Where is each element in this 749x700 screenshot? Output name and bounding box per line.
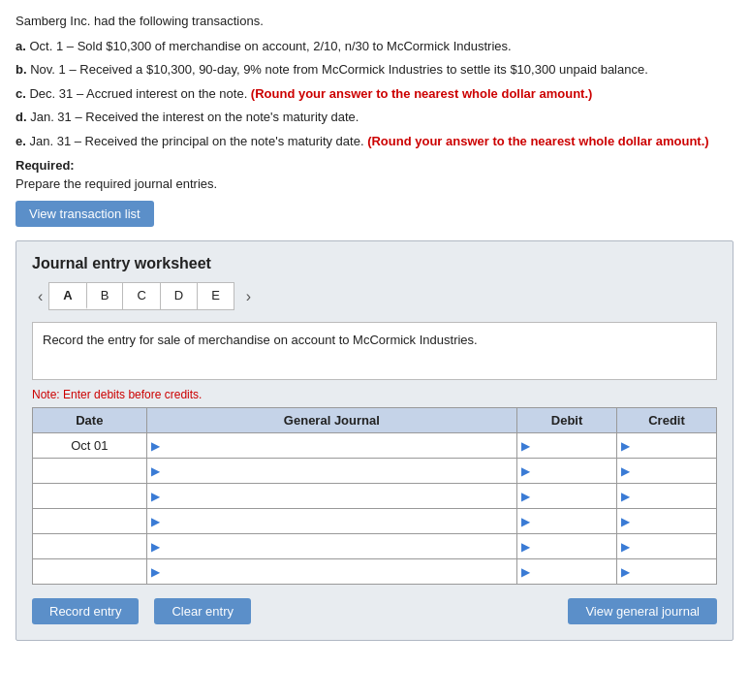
credit-arrow-6: ▶ [621,565,630,579]
col-header-debit: Debit [517,408,617,433]
date-cell-6 [33,559,147,585]
date-cell-2 [33,459,147,484]
journal-cell-4[interactable]: ▶ [146,509,516,534]
debit-cell-6[interactable]: ▶ [517,559,617,585]
desc-e: Received the principal on the note's mat… [85,134,368,148]
tab-b[interactable]: B [87,283,124,309]
credit-arrow-2: ▶ [621,464,630,478]
date-c: Dec. 31 [29,86,73,101]
journal-arrow-2: ▶ [151,464,160,478]
journal-cell-5[interactable]: ▶ [146,534,516,559]
round-note-c: (Round your answer to the nearest whole … [251,86,592,101]
credit-cell-3[interactable]: ▶ [617,484,717,509]
tab-next-arrow[interactable]: › [240,286,257,307]
table-row: ▶ ▶ ▶ [33,534,717,559]
desc-a: Sold $10,300 of merchandise on account, … [78,39,512,53]
credit-cell-6[interactable]: ▶ [617,559,717,585]
buttons-row: Record entry Clear entry View general jo… [32,598,717,624]
intro-company: Samberg Inc. [16,14,90,28]
date-cell-5 [33,534,147,559]
label-a: a. [16,39,26,53]
journal-arrow-3: ▶ [151,490,160,503]
journal-cell-2[interactable]: ▶ [146,459,516,484]
date-d: Jan. 31 [30,110,72,124]
transaction-a: a. Oct. 1 – Sold $10,300 of merchandise … [16,37,733,56]
journal-arrow-6: ▶ [151,565,160,579]
date-a: Oct. 1 [29,39,63,53]
date-e: Jan. 31 [29,134,71,148]
debit-arrow-4: ▶ [521,515,530,528]
clear-entry-button[interactable]: Clear entry [154,598,251,624]
intro-text: Samberg Inc. had the following transacti… [16,12,733,31]
journal-cell-1[interactable]: ▶ [146,433,516,459]
credit-arrow-1: ▶ [621,439,630,453]
credit-arrow-4: ▶ [621,515,630,528]
record-entry-button[interactable]: Record entry [32,598,139,624]
prepare-text: Prepare the required journal entries. [16,176,733,191]
label-b: b. [16,62,27,77]
table-row: ▶ ▶ ▶ [33,559,717,585]
table-row: Oct 01 ▶ ▶ ▶ [33,433,717,459]
debit-arrow-2: ▶ [521,464,530,478]
tab-a[interactable]: A [49,283,86,309]
debit-arrow-1: ▶ [521,439,530,453]
tab-prev-arrow[interactable]: ‹ [32,286,48,307]
tabs-row: ‹ A B C D E › [32,282,717,310]
transactions-list: a. Oct. 1 – Sold $10,300 of merchandise … [16,37,733,151]
journal-table: Date General Journal Debit Credit Oct 01… [32,407,717,585]
transaction-c: c. Dec. 31 – Accrued interest on the not… [16,84,733,104]
debit-cell-3[interactable]: ▶ [517,484,617,509]
credit-arrow-5: ▶ [621,540,630,554]
table-row: ▶ ▶ ▶ [33,509,717,534]
debit-arrow-5: ▶ [521,540,530,554]
tabs: A B C D E [48,282,234,310]
desc-d: Received the interest on the note's matu… [85,110,359,124]
required-section: Required: [16,158,733,173]
col-header-credit: Credit [617,408,717,433]
view-general-journal-button[interactable]: View general journal [568,598,717,624]
journal-cell-3[interactable]: ▶ [146,484,516,509]
credit-cell-5[interactable]: ▶ [617,534,717,559]
desc-c: Accrued interest on the note. [86,86,251,101]
required-label: Required: [16,158,733,173]
credit-arrow-3: ▶ [621,490,630,503]
date-cell-1: Oct 01 [33,433,147,459]
transaction-d: d. Jan. 31 – Received the interest on th… [16,108,733,127]
table-row: ▶ ▶ ▶ [33,484,717,509]
tab-d[interactable]: D [161,283,198,309]
description-text: Record the entry for sale of merchandise… [43,333,478,347]
transaction-b: b. Nov. 1 – Received a $10,300, 90-day, … [16,60,733,80]
label-d: d. [16,110,27,124]
debit-cell-5[interactable]: ▶ [517,534,617,559]
debit-arrow-3: ▶ [521,490,530,503]
tab-e[interactable]: E [198,283,234,309]
round-note-e: (Round your answer to the nearest whole … [367,134,708,148]
transaction-e: e. Jan. 31 – Received the principal on t… [16,132,733,151]
note-text: Note: Enter debits before credits. [32,388,717,401]
journal-arrow-4: ▶ [151,515,160,528]
debit-cell-4[interactable]: ▶ [517,509,617,534]
date-cell-4 [33,509,147,534]
tab-c[interactable]: C [123,283,160,309]
description-box: Record the entry for sale of merchandise… [32,322,717,380]
col-header-journal: General Journal [146,408,516,433]
debit-cell-2[interactable]: ▶ [517,459,617,484]
desc-b: Received a $10,300, 90-day, 9% note from… [79,62,648,77]
date-b: Nov. 1 [30,62,66,77]
worksheet-container: Journal entry worksheet ‹ A B C D E › Re… [16,240,733,641]
journal-arrow-1: ▶ [151,439,160,453]
credit-cell-4[interactable]: ▶ [617,509,717,534]
view-transaction-list-button[interactable]: View transaction list [16,201,154,227]
credit-cell-1[interactable]: ▶ [617,433,717,459]
table-row: ▶ ▶ ▶ [33,459,717,484]
col-header-date: Date [33,408,147,433]
label-c: c. [16,86,26,101]
credit-cell-2[interactable]: ▶ [617,459,717,484]
date-cell-3 [33,484,147,509]
label-e: e. [16,134,26,148]
debit-cell-1[interactable]: ▶ [517,433,617,459]
debit-arrow-6: ▶ [521,565,530,579]
journal-cell-6[interactable]: ▶ [146,559,516,585]
worksheet-title: Journal entry worksheet [32,255,717,272]
journal-arrow-5: ▶ [151,540,160,554]
